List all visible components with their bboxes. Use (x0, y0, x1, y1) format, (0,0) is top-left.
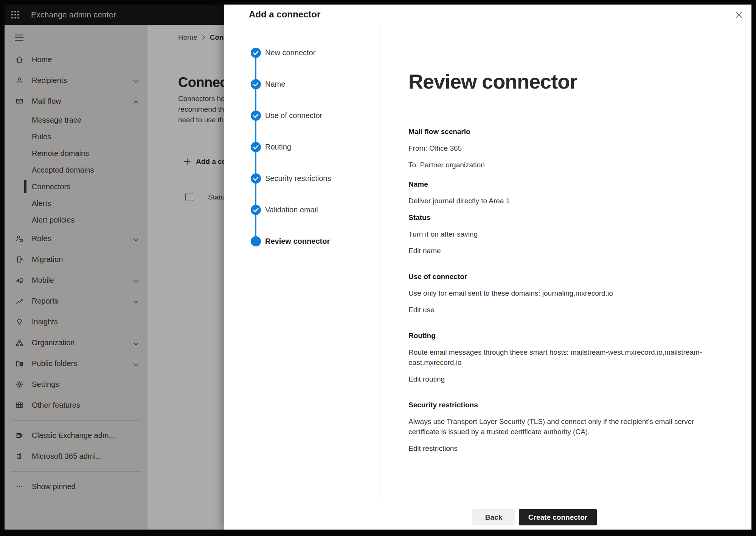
back-button[interactable]: Back (472, 509, 515, 525)
step-label: Security restrictions (265, 173, 331, 184)
review-section-heading: Use of connector (408, 271, 703, 282)
wizard-step-name[interactable]: Name (251, 79, 380, 111)
review-title: Review connector (408, 70, 751, 93)
wizard-step-use-of-connector[interactable]: Use of connector (251, 111, 380, 142)
edit-use-link[interactable]: Edit use (408, 305, 435, 315)
step-label: Routing (265, 142, 291, 152)
step-label: Review connector (265, 236, 330, 246)
modal-title: Add a connector (249, 9, 320, 20)
step-label: Name (265, 79, 285, 89)
wizard-step-validation-email[interactable]: Validation email (251, 205, 380, 236)
edit-name-link[interactable]: Edit name (408, 246, 441, 256)
step-current-icon (251, 236, 261, 246)
step-completed-check-icon (251, 111, 261, 121)
review-section-text: Use only for email sent to these domains… (408, 288, 703, 298)
step-completed-check-icon (251, 142, 261, 152)
review-section-text: Turn it on after saving (408, 229, 703, 239)
review-section: Security restrictionsAlways use Transpor… (408, 400, 703, 460)
review-section-heading: Routing (408, 330, 703, 341)
step-label: Use of connector (265, 111, 322, 121)
create-connector-button[interactable]: Create connector (519, 509, 597, 525)
review-section-heading: Security restrictions (408, 400, 703, 410)
step-completed-check-icon (251, 205, 261, 215)
step-label: Validation email (265, 205, 318, 215)
step-completed-check-icon (251, 173, 261, 184)
add-connector-modal: Add a connector New connectorNameUse of … (224, 5, 751, 530)
review-section-text: To: Partner organization (408, 160, 703, 170)
review-section: NameDeliver journal directly to Area 1St… (408, 179, 703, 262)
step-label: New connector (265, 48, 315, 58)
step-completed-check-icon (251, 79, 261, 89)
review-section: RoutingRoute email messages through thes… (408, 330, 703, 391)
wizard-step-review-connector[interactable]: Review connector (251, 236, 380, 268)
wizard-step-new-connector[interactable]: New connector (251, 48, 380, 79)
review-section-text: Always use Transport Layer Security (TLS… (408, 416, 703, 437)
close-icon (735, 11, 743, 19)
review-panel: Review connector Mail flow scenarioFrom:… (381, 24, 751, 501)
review-section-heading: Name (408, 179, 703, 189)
wizard-steps: New connectorNameUse of connectorRouting… (224, 24, 380, 501)
review-section-heading: Mail flow scenario (408, 126, 703, 137)
review-section: Use of connectorUse only for email sent … (408, 271, 703, 321)
exchange-admin-app: Exchange admin center HomeRecipientsMail… (5, 5, 751, 530)
step-completed-check-icon (251, 48, 261, 58)
review-section: Mail flow scenarioFrom: Office 365To: Pa… (408, 126, 703, 170)
modal-footer: Back Create connector (224, 501, 751, 530)
review-section-heading: Status (408, 212, 703, 223)
edit-restrictions-link[interactable]: Edit restrictions (408, 443, 458, 453)
wizard-step-routing[interactable]: Routing (251, 142, 380, 173)
review-section-text: Deliver journal directly to Area 1 (408, 196, 703, 206)
close-button[interactable] (734, 10, 744, 20)
wizard-step-security-restrictions[interactable]: Security restrictions (251, 173, 380, 205)
review-section-text: Route email messages through these smart… (408, 347, 703, 368)
edit-routing-link[interactable]: Edit routing (408, 374, 445, 384)
modal-header: Add a connector (224, 5, 751, 24)
review-section-text: From: Office 365 (408, 143, 703, 153)
